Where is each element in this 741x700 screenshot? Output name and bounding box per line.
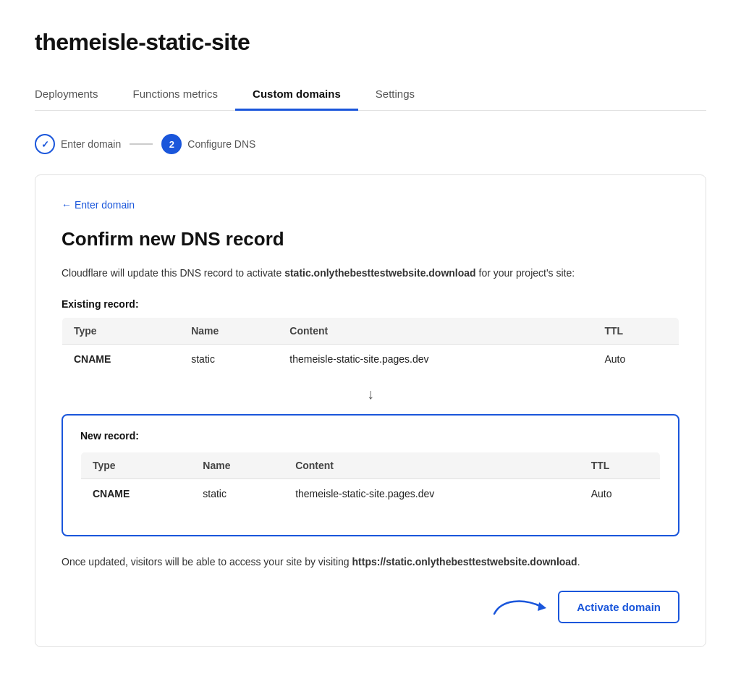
step-2: 2 Configure DNS [161,134,255,154]
new-type: CNAME [81,479,192,509]
tab-functions-metrics[interactable]: Functions metrics [116,79,236,111]
step-2-circle: 2 [161,134,182,154]
confirm-description: Cloudflare will update this DNS record t… [62,265,679,281]
existing-record-table: Type Name Content TTL CNAME static theme… [62,317,679,374]
new-record-table: Type Name Content TTL CNAME static theme… [80,452,661,509]
stepper: ✓ Enter domain 2 Configure DNS [35,134,706,154]
tab-settings[interactable]: Settings [358,79,432,111]
new-record-row: CNAME static themeisle-static-site.pages… [81,479,661,509]
footer-text: Once updated, visitors will be able to a… [62,554,679,570]
col-ttl-existing: TTL [593,318,679,345]
svg-marker-0 [538,602,546,611]
existing-record-row: CNAME static themeisle-static-site.pages… [62,345,679,374]
step-1-label: Enter domain [61,138,121,150]
col-content-new: Content [284,452,580,479]
new-record-box: New record: Type Name Content TTL CNAME … [62,414,679,536]
col-type-new: Type [81,452,192,479]
activate-domain-button[interactable]: Activate domain [558,591,679,623]
back-link[interactable]: ← Enter domain [62,199,135,211]
col-type-existing: Type [62,318,180,345]
step-2-label: Configure DNS [187,138,255,150]
domain-bold: static.onlythebesttestwebsite.download [284,267,476,279]
down-arrow-icon: ↓ [62,386,679,402]
col-ttl-new: TTL [580,452,661,479]
existing-ttl: Auto [593,345,679,374]
tab-custom-domains[interactable]: Custom domains [235,79,358,111]
curved-arrow-icon [487,592,552,621]
col-name-existing: Name [179,318,278,345]
tab-deployments[interactable]: Deployments [35,79,116,111]
existing-name: static [179,345,278,374]
col-content-existing: Content [278,318,593,345]
activate-row: Activate domain [62,591,679,623]
new-record-label: New record: [80,430,661,442]
footer-url: https://static.onlythebesttestwebsite.do… [352,556,577,568]
tab-navigation: Deployments Functions metrics Custom dom… [35,79,706,111]
col-name-new: Name [191,452,284,479]
existing-content: themeisle-static-site.pages.dev [278,345,593,374]
step-connector [130,143,153,145]
new-content: themeisle-static-site.pages.dev [284,479,580,509]
footer-text-suffix: . [577,556,580,568]
existing-type: CNAME [62,345,180,374]
existing-record-label: Existing record: [62,298,679,310]
step-1: ✓ Enter domain [35,134,121,154]
description-prefix: Cloudflare will update this DNS record t… [62,267,284,279]
footer-text-prefix: Once updated, visitors will be able to a… [62,556,352,568]
confirm-title: Confirm new DNS record [62,228,679,250]
main-card: ← Enter domain Confirm new DNS record Cl… [35,174,706,647]
step-1-circle: ✓ [35,134,55,154]
page-title: themeisle-static-site [35,29,706,56]
new-name: static [191,479,284,509]
new-ttl: Auto [580,479,661,509]
description-suffix: for your project's site: [476,267,575,279]
